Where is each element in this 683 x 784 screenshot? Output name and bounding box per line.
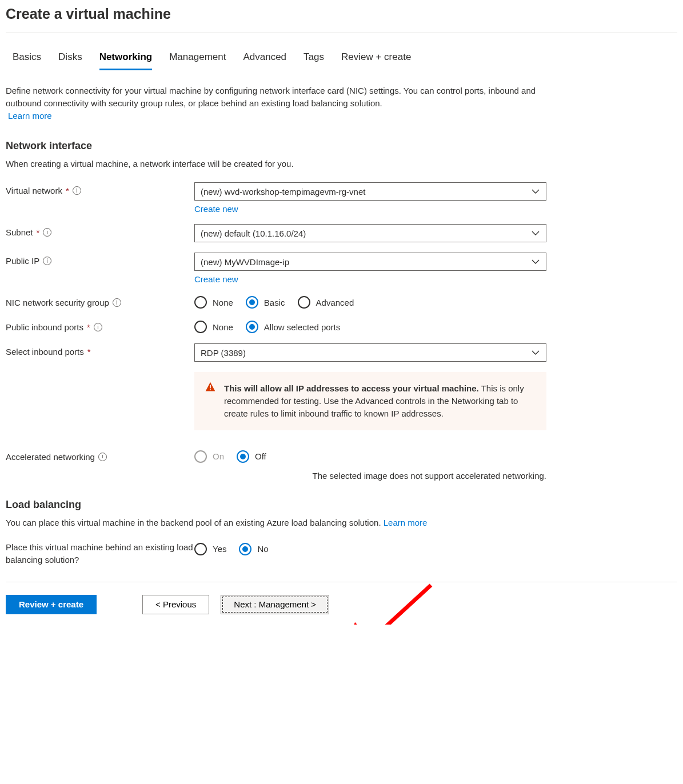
nsg-radio-advanced[interactable]: Advanced (298, 296, 354, 309)
info-icon[interactable]: i (98, 453, 107, 461)
previous-button[interactable]: < Previous (142, 595, 209, 614)
lb-radio-no[interactable]: No (239, 543, 268, 555)
lb-desc-text: You can place this virtual machine in th… (6, 518, 384, 527)
intro-learn-more-link[interactable]: Learn more (8, 111, 52, 121)
required-indicator: * (37, 227, 40, 237)
info-icon[interactable]: i (113, 298, 121, 307)
public-ip-create-new-link[interactable]: Create new (194, 274, 238, 284)
tab-basics[interactable]: Basics (13, 47, 41, 70)
intro-text: Define network connectivity for your vir… (6, 85, 549, 122)
required-indicator: * (66, 186, 69, 195)
info-icon[interactable]: i (43, 228, 51, 237)
required-indicator: * (87, 347, 91, 357)
svg-rect-0 (210, 385, 211, 389)
lb-radio-group: Yes No (194, 541, 546, 555)
chevron-down-icon (531, 229, 540, 238)
select-ports-value: RDP (3389) (201, 348, 246, 358)
inbound-radio-allow[interactable]: Allow selected ports (246, 321, 340, 333)
chevron-down-icon (531, 348, 540, 357)
accel-net-off-label: Off (255, 451, 266, 461)
nsg-radio-none[interactable]: None (194, 296, 233, 309)
accel-net-on-label: On (213, 451, 224, 461)
intro-body: Define network connectivity for your vir… (6, 86, 536, 108)
chevron-down-icon (531, 257, 540, 266)
accel-net-label: Accelerated networking (6, 452, 95, 462)
tab-networking[interactable]: Networking (99, 47, 153, 70)
page-title: Create a virtual machine (6, 6, 677, 22)
inbound-allow-label: Allow selected ports (264, 322, 340, 332)
inbound-radio-none[interactable]: None (194, 321, 233, 333)
lb-no-label: No (257, 544, 268, 554)
info-icon[interactable]: i (43, 257, 51, 265)
nsg-label: NIC network security group (6, 298, 109, 307)
svg-rect-1 (210, 389, 211, 390)
tab-advanced[interactable]: Advanced (243, 47, 286, 70)
virtual-network-value: (new) wvd-workshop-tempimagevm-rg-vnet (201, 187, 365, 197)
nsg-advanced-label: Advanced (316, 298, 354, 307)
accel-net-helper: The selected image does not support acce… (194, 471, 546, 481)
warning-icon (205, 381, 216, 393)
section-load-balancing-desc: You can place this virtual machine in th… (6, 517, 677, 529)
tab-tags[interactable]: Tags (303, 47, 324, 70)
section-network-interface-desc: When creating a virtual machine, a netwo… (6, 158, 677, 170)
tabs: Basics Disks Networking Management Advan… (6, 47, 677, 70)
required-indicator: * (87, 322, 90, 332)
public-ip-value: (new) MyWVDImage-ip (201, 257, 289, 267)
review-create-button[interactable]: Review + create (6, 595, 97, 614)
select-ports-dropdown[interactable]: RDP (3389) (194, 343, 546, 362)
section-load-balancing-title: Load balancing (6, 499, 677, 511)
tab-management[interactable]: Management (169, 47, 226, 70)
warning-box: This will allow all IP addresses to acce… (194, 372, 546, 430)
nsg-radio-basic[interactable]: Basic (246, 296, 285, 309)
vnet-create-new-link[interactable]: Create new (194, 204, 238, 214)
subnet-value: (new) default (10.1.16.0/24) (201, 229, 306, 238)
inbound-none-label: None (213, 322, 233, 332)
public-ip-label: Public IP (6, 256, 39, 266)
lb-question-label: Place this virtual machine behind an exi… (6, 541, 194, 567)
nsg-none-label: None (213, 298, 233, 307)
tab-disks[interactable]: Disks (58, 47, 82, 70)
chevron-down-icon (531, 187, 540, 196)
info-icon[interactable]: i (94, 323, 102, 331)
nsg-radio-group: None Basic Advanced (194, 294, 546, 309)
inbound-ports-radio-group: None Allow selected ports (194, 319, 546, 333)
inbound-ports-label: Public inbound ports (6, 322, 83, 332)
lb-radio-yes[interactable]: Yes (194, 543, 226, 555)
subnet-dropdown[interactable]: (new) default (10.1.16.0/24) (194, 224, 546, 242)
accel-net-radio-on: On (194, 450, 224, 463)
section-network-interface-title: Network interface (6, 140, 677, 152)
public-ip-dropdown[interactable]: (new) MyWVDImage-ip (194, 253, 546, 271)
info-icon[interactable]: i (73, 186, 81, 195)
lb-yes-label: Yes (213, 544, 226, 554)
lb-learn-more-link[interactable]: Learn more (384, 518, 428, 527)
accel-net-radio-off[interactable]: Off (237, 450, 266, 463)
subnet-label: Subnet (6, 227, 33, 237)
nsg-basic-label: Basic (264, 298, 285, 307)
accel-net-radio-group: On Off (194, 449, 546, 463)
select-ports-label: Select inbound ports (6, 347, 84, 357)
tab-review-create[interactable]: Review + create (341, 47, 411, 70)
warning-bold: This will allow all IP addresses to acce… (224, 383, 479, 393)
virtual-network-dropdown[interactable]: (new) wvd-workshop-tempimagevm-rg-vnet (194, 182, 546, 201)
title-separator (6, 33, 677, 33)
footer-bar: Review + create < Previous Next : Manage… (6, 582, 677, 625)
next-management-button[interactable]: Next : Management > (221, 595, 329, 614)
virtual-network-label: Virtual network (6, 186, 62, 195)
